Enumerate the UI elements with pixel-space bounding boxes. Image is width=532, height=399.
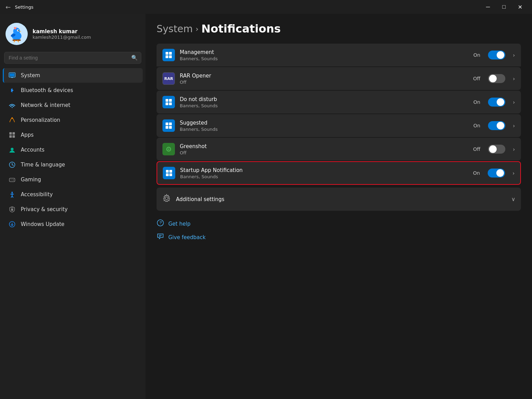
avatar xyxy=(6,23,28,45)
svg-line-36 xyxy=(12,196,13,198)
search-wrapper: 🔍 xyxy=(4,52,141,64)
maximize-button[interactable]: □ xyxy=(496,1,512,12)
rar-opener-toggle-knob xyxy=(489,75,497,82)
management-name: Management xyxy=(180,49,469,55)
sidebar-item-gaming[interactable]: Gaming xyxy=(3,172,143,187)
user-profile: kamlesh kumar kamlesh2011@gmail.com xyxy=(0,19,145,52)
give-feedback-link[interactable]: Give feedback xyxy=(157,233,521,242)
sidebar-item-personalization[interactable]: Personalization xyxy=(3,113,143,127)
notif-item-startup-app[interactable]: Startup App Notification Banners, Sounds… xyxy=(157,161,521,185)
sidebar-item-windows-update[interactable]: Windows Update xyxy=(3,217,143,232)
greenshot-chevron-icon: › xyxy=(513,146,515,153)
breadcrumb-parent[interactable]: System xyxy=(157,23,193,35)
breadcrumb: System › Notifications xyxy=(157,22,521,35)
startup-app-status: On xyxy=(473,170,480,176)
app-container: kamlesh kumar kamlesh2011@gmail.com 🔍 xyxy=(0,14,532,399)
management-toggle[interactable] xyxy=(488,51,505,60)
startup-app-toggle[interactable] xyxy=(488,169,505,178)
additional-settings[interactable]: Additional settings ∨ xyxy=(157,188,521,211)
get-help-label: Get help xyxy=(168,221,190,227)
suggested-name: Suggested xyxy=(180,120,469,126)
sidebar-item-windows-update-label: Windows Update xyxy=(21,221,64,227)
main-content: System › Notifications Management Ba xyxy=(145,14,532,399)
svg-point-31 xyxy=(13,180,14,181)
notif-item-greenshot[interactable]: Greenshot Off Off › xyxy=(157,138,521,161)
sidebar-item-personalization-label: Personalization xyxy=(21,117,60,123)
sidebar-item-apps[interactable]: Apps xyxy=(3,128,143,142)
sidebar-item-bluetooth-label: Bluetooth & devices xyxy=(21,87,73,93)
suggested-chevron-icon: › xyxy=(513,123,515,129)
additional-settings-label: Additional settings xyxy=(176,196,506,202)
svg-rect-16 xyxy=(11,77,13,78)
additional-settings-gear-icon xyxy=(162,194,171,205)
user-email: kamlesh2011@gmail.com xyxy=(33,35,91,40)
suggested-sub: Banners, Sounds xyxy=(180,127,469,132)
minimize-button[interactable]: ─ xyxy=(480,1,496,12)
management-info: Management Banners, Sounds xyxy=(180,49,469,61)
suggested-app-icon xyxy=(162,119,175,132)
accessibility-icon xyxy=(8,191,16,198)
greenshot-app-icon xyxy=(162,143,175,155)
sidebar-item-system-label: System xyxy=(21,72,40,79)
accounts-icon xyxy=(8,146,16,154)
management-app-icon xyxy=(162,49,175,61)
svg-rect-11 xyxy=(12,39,21,41)
apps-icon xyxy=(8,131,16,139)
startup-app-toggle-knob xyxy=(496,169,504,177)
system-icon xyxy=(8,72,16,79)
search-container: 🔍 xyxy=(0,52,145,68)
suggested-toggle[interactable] xyxy=(488,121,505,130)
rar-opener-toggle[interactable] xyxy=(488,74,505,83)
svg-rect-28 xyxy=(9,178,15,182)
search-input[interactable] xyxy=(4,52,141,64)
svg-point-46 xyxy=(161,221,162,223)
titlebar: ← Settings ─ □ ✕ xyxy=(0,0,532,14)
rar-opener-info: RAR Opener Off xyxy=(180,73,468,85)
sidebar-item-privacy-label: Privacy & security xyxy=(21,206,68,212)
notif-item-do-not-disturb[interactable]: Do not disturb Banners, Sounds On › xyxy=(157,91,521,114)
help-section: ? Get help Give feedback xyxy=(157,219,521,242)
sidebar-item-network[interactable]: Network & internet xyxy=(3,98,143,112)
notif-item-suggested[interactable]: Suggested Banners, Sounds On › xyxy=(157,114,521,137)
svg-point-32 xyxy=(11,192,13,193)
startup-app-chevron-icon: › xyxy=(513,170,515,176)
do-not-disturb-toggle[interactable] xyxy=(488,98,505,107)
do-not-disturb-sub: Banners, Sounds xyxy=(180,103,469,108)
notif-item-management[interactable]: Management Banners, Sounds On › xyxy=(157,44,521,66)
svg-rect-22 xyxy=(9,135,12,138)
do-not-disturb-name: Do not disturb xyxy=(180,96,469,102)
startup-app-info: Startup App Notification Banners, Sounds xyxy=(180,167,468,179)
suggested-toggle-knob xyxy=(497,122,504,129)
bluetooth-icon xyxy=(8,87,16,94)
get-help-link[interactable]: ? Get help xyxy=(157,219,521,228)
sidebar-item-system[interactable]: System xyxy=(3,68,143,83)
greenshot-info: Greenshot Off xyxy=(180,143,468,155)
sidebar-item-privacy[interactable]: Privacy & security xyxy=(3,202,143,217)
time-icon xyxy=(8,161,16,169)
greenshot-toggle[interactable] xyxy=(488,145,505,154)
sidebar-item-accounts[interactable]: Accounts xyxy=(3,143,143,157)
sidebar-item-apps-label: Apps xyxy=(21,132,34,138)
sidebar-item-network-label: Network & internet xyxy=(21,102,70,108)
management-status: On xyxy=(473,52,480,58)
rar-app-icon: RAR xyxy=(162,72,175,85)
notification-list: Management Banners, Sounds On › RAR RAR … xyxy=(157,44,521,185)
svg-line-27 xyxy=(12,165,14,165)
sidebar-item-accessibility[interactable]: Accessibility xyxy=(3,187,143,202)
svg-point-2 xyxy=(13,28,20,35)
close-button[interactable]: ✕ xyxy=(512,1,528,12)
sidebar-item-bluetooth[interactable]: Bluetooth & devices xyxy=(3,83,143,98)
greenshot-name: Greenshot xyxy=(180,143,468,149)
network-icon xyxy=(8,101,16,109)
management-sub: Banners, Sounds xyxy=(180,56,469,61)
get-help-icon: ? xyxy=(157,219,164,228)
svg-rect-15 xyxy=(10,73,15,76)
do-not-disturb-status: On xyxy=(473,99,480,105)
do-not-disturb-chevron-icon: › xyxy=(513,99,515,106)
sidebar-item-time[interactable]: Time & language xyxy=(3,157,143,172)
greenshot-sub: Off xyxy=(180,150,468,155)
notif-item-rar-opener[interactable]: RAR RAR Opener Off Off › xyxy=(157,67,521,90)
user-name: kamlesh kumar xyxy=(33,28,91,35)
windows-update-icon xyxy=(8,220,16,228)
svg-point-42 xyxy=(168,148,169,150)
